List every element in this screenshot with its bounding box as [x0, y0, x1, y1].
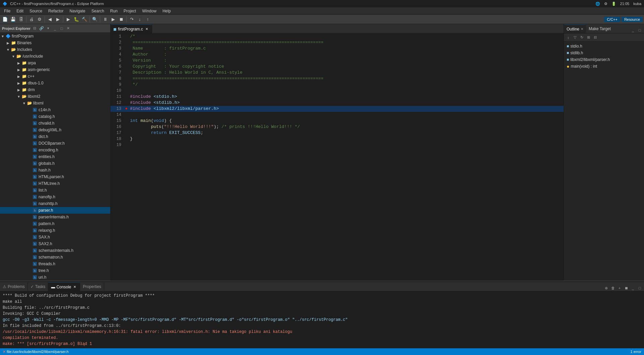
tree-item-chvalid.h[interactable]: hchvalid.h: [0, 120, 110, 127]
outline-item-stdlib[interactable]: ■ stdlib.h: [564, 50, 644, 56]
tab-problems[interactable]: ⚠ Problems: [0, 282, 28, 291]
collapse-all-icon[interactable]: ⊟: [32, 25, 38, 31]
tree-item-schematron.h[interactable]: hschematron.h: [0, 254, 110, 261]
step-return-button[interactable]: ↑: [144, 16, 151, 23]
close-panel-icon[interactable]: ✕: [65, 25, 71, 31]
tree-item-nanoftp.h[interactable]: hnanoftp.h: [0, 194, 110, 200]
tree-item-c++[interactable]: ▶📁c++: [0, 73, 110, 80]
tab-properties[interactable]: Properties: [80, 282, 104, 291]
save-button[interactable]: 💾: [9, 16, 17, 23]
stop-button[interactable]: ⏹: [118, 16, 125, 23]
tree-item-nanohttp.h[interactable]: hnanohttp.h: [0, 200, 110, 207]
menu-project[interactable]: Project: [121, 8, 139, 14]
tree-item-SAX2.h[interactable]: hSAX2.h: [0, 240, 110, 247]
forward-button[interactable]: ▶: [54, 16, 62, 23]
expand-all-icon[interactable]: ⊞: [585, 34, 591, 41]
tree-item-hash.h[interactable]: hhash.h: [0, 167, 110, 173]
tab-make-target[interactable]: Make Target: [586, 24, 614, 33]
minimize-panel-icon[interactable]: _: [52, 25, 58, 31]
tree-item-c14n.h[interactable]: hc14n.h: [0, 106, 110, 113]
tree-item-relaxng.h[interactable]: hrelaxng.h: [0, 227, 110, 234]
console-maximize-icon[interactable]: □: [637, 285, 643, 291]
link-with-editor-icon[interactable]: 🔗: [39, 25, 45, 31]
tree-item-list.h[interactable]: hlist.h: [0, 187, 110, 194]
tree-item-HTMLtree.h[interactable]: hHTMLtree.h: [0, 180, 110, 187]
tree-item-debugXML.h[interactable]: hdebugXML.h: [0, 127, 110, 133]
filter-icon[interactable]: ▽: [572, 34, 578, 41]
menu-edit[interactable]: Edit: [14, 8, 26, 14]
menu-search[interactable]: Search: [89, 8, 107, 14]
tree-item-libxml2[interactable]: ▼📂libxml2: [0, 93, 110, 100]
console-new-icon[interactable]: +: [617, 285, 623, 291]
outline-minimize-icon[interactable]: _: [630, 27, 636, 33]
sort-icon[interactable]: ↕: [565, 34, 571, 41]
tree-item-dbus-1.0[interactable]: ▶📁dbus-1.0: [0, 80, 110, 86]
tree-item-catalog.h[interactable]: hcatalog.h: [0, 113, 110, 120]
console-clear-icon[interactable]: 🗑: [610, 285, 616, 291]
tree-item-globals.h[interactable]: hglobals.h: [0, 160, 110, 167]
outline-item-stdio[interactable]: ■ stdio.h: [564, 43, 644, 50]
tree-item-encoding.h[interactable]: hencoding.h: [0, 147, 110, 153]
tab-firstprogram-c[interactable]: ◼ firstProgram.c ✕: [111, 24, 152, 33]
back-button[interactable]: ◀: [46, 16, 54, 23]
build-button[interactable]: 🔨: [81, 16, 88, 23]
tree-item-parser.h[interactable]: hparser.h: [0, 207, 110, 214]
tab-close-button[interactable]: ✕: [144, 27, 149, 31]
console-stop-icon[interactable]: ⏹: [623, 285, 629, 291]
tree-item-HTMLparser.h[interactable]: hHTMLparser.h: [0, 173, 110, 180]
debug-button[interactable]: 🐛: [73, 16, 80, 23]
console-minimize-icon[interactable]: _: [630, 285, 636, 291]
outline-item-parser[interactable]: ■ libxml2/libxml/parser.h: [564, 56, 644, 63]
properties-button[interactable]: ⚙: [36, 16, 43, 23]
step-over-button[interactable]: ↷: [128, 16, 135, 23]
new-button[interactable]: 📄: [1, 16, 9, 23]
print-button[interactable]: 🖨: [28, 16, 35, 23]
tree-item-DOCBparser.h[interactable]: hDOCBparser.h: [0, 140, 110, 147]
tree-item-tree.h[interactable]: htree.h: [0, 267, 110, 274]
code-editor[interactable]: 1/*2 ===================================…: [111, 33, 564, 281]
tab-console[interactable]: ▬ Console ✕: [48, 282, 80, 291]
tree-item-threads.h[interactable]: hthreads.h: [0, 261, 110, 267]
menu-window[interactable]: Window: [139, 8, 159, 14]
tree-item-includes[interactable]: ▼📂Includes: [0, 46, 110, 53]
tree-item-SAX.h[interactable]: hSAX.h: [0, 234, 110, 240]
menu-run[interactable]: Run: [108, 8, 120, 14]
tree-item-usr-include[interactable]: ▼📂/usr/include: [0, 53, 110, 60]
tree-item-dict.h[interactable]: hdict.h: [0, 133, 110, 140]
tree-item-parserInternals.h[interactable]: hparserInternals.h: [0, 214, 110, 220]
tree-item-arpa[interactable]: ▶📁arpa: [0, 60, 110, 66]
search-toolbar-button[interactable]: 🔍: [91, 16, 99, 23]
menu-help[interactable]: Help: [160, 8, 174, 14]
tree-item-libxml[interactable]: ▼📂libxml: [0, 100, 110, 106]
tree-item-entities.h[interactable]: hentities.h: [0, 153, 110, 160]
menu-navigate[interactable]: Navigate: [67, 8, 88, 14]
suspend-button[interactable]: ⏸: [102, 16, 109, 23]
view-menu-icon[interactable]: ▾: [45, 25, 51, 31]
tree-item-schemasInternals.h[interactable]: hschemasInternals.h: [0, 247, 110, 254]
tab-tasks[interactable]: ✓ Tasks: [28, 282, 49, 291]
menu-source[interactable]: Source: [27, 8, 45, 14]
maximize-panel-icon[interactable]: □: [59, 25, 65, 31]
outline-maximize-icon[interactable]: □: [637, 27, 643, 33]
collapse-all-outline-icon[interactable]: ⊟: [592, 34, 598, 41]
save-all-button[interactable]: 🗄: [17, 16, 25, 23]
console-tab-close[interactable]: ✕: [72, 285, 77, 289]
run-button[interactable]: ▶: [65, 16, 72, 23]
menu-refactor[interactable]: Refactor: [46, 8, 66, 14]
outline-tab-close[interactable]: ✕: [581, 27, 583, 31]
tree-item-binaries[interactable]: ▶📁Binaries: [0, 40, 110, 46]
tree-item-firstProgram[interactable]: ▼🔷firstProgram: [0, 33, 110, 40]
outline-item-main[interactable]: ● main(void) : int: [564, 63, 644, 70]
tree-item-pattern.h[interactable]: hpattern.h: [0, 220, 110, 227]
tree-item-asm-generic[interactable]: ▶📁asm-generic: [0, 66, 110, 73]
tab-outline[interactable]: Outline ✕: [564, 24, 586, 33]
cpp-badge[interactable]: C/C++: [604, 17, 620, 22]
tree-item-drm[interactable]: ▶📁drm: [0, 86, 110, 93]
resource-badge[interactable]: Resource: [622, 17, 643, 22]
menu-file[interactable]: File: [1, 8, 13, 14]
sync-icon[interactable]: ↻: [579, 34, 585, 41]
step-into-button[interactable]: ↓: [136, 16, 143, 23]
tree-item-uri.h[interactable]: huri.h: [0, 274, 110, 281]
resume-button[interactable]: ▶: [110, 16, 117, 23]
console-scroll-lock-icon[interactable]: ⊕: [603, 285, 609, 291]
